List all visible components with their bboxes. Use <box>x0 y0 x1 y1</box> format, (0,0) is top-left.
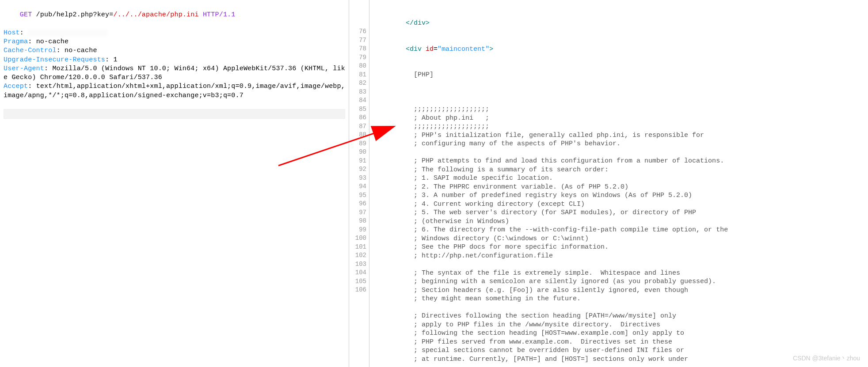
header-value: 1 <box>113 56 117 64</box>
http-method: GET <box>20 11 32 19</box>
ini-line: ; The following is a summary of its sear… <box>374 166 868 174</box>
ini-line: ; following the section heading [HOST=ww… <box>374 329 868 338</box>
ini-line: ; 5. The web server's directory (for SAP… <box>374 208 868 217</box>
ini-line: ; http://php.net/configuration.file <box>374 252 868 261</box>
ini-line: ; configuring many of the aspects of PHP… <box>374 140 868 148</box>
masked-value <box>28 29 107 36</box>
ini-line: ; beginning with a semicolon are silentl… <box>374 277 868 286</box>
ini-line: ; (otherwise in Windows) <box>374 217 868 226</box>
request-path-highlight: /../../apache/php.ini <box>113 11 198 19</box>
ini-line: ; PHP's initialization file, generally c… <box>374 131 868 140</box>
header-name: Accept <box>4 83 28 90</box>
line-number: 101 <box>349 243 366 252</box>
ini-line: ; 3. A number of predefined registry key… <box>374 191 868 200</box>
line-number: 98 <box>349 217 366 226</box>
request-headers: Host: Pragma: no-cacheCache-Control: no-… <box>4 29 345 100</box>
header-name: User-Agent <box>4 65 44 72</box>
line-number: 81 <box>349 71 366 79</box>
ini-line <box>374 303 868 312</box>
line-number: 92 <box>349 165 366 174</box>
line-number: 82 <box>349 79 366 88</box>
line-number: 106 <box>349 286 366 295</box>
ini-line <box>374 260 868 269</box>
header-value: no-cache <box>36 38 69 45</box>
ini-line: ; they might mean something in the futur… <box>374 295 868 303</box>
header-name: Pragma <box>4 38 28 45</box>
line-number: 96 <box>349 200 366 208</box>
line-number: 88 <box>349 131 366 140</box>
header-value: Mozilla/5.0 (Windows NT 10.0; Win64; x64… <box>4 65 345 81</box>
html-open-div: <div id="maincontent"> <box>374 45 868 54</box>
header-name: Host <box>4 29 20 37</box>
request-path-prefix: /pub/help2.php?key= <box>32 11 113 19</box>
ini-line: ; PHP files served from www.example.com.… <box>374 338 868 347</box>
line-number: 87 <box>349 122 366 131</box>
line-number: 86 <box>349 114 366 122</box>
header-line: Cache-Control: no-cache <box>4 46 345 55</box>
header-name: Cache-Control <box>4 47 57 54</box>
line-number: 100 <box>349 234 366 243</box>
ini-line <box>374 148 868 157</box>
line-number: 76 <box>349 27 366 36</box>
http-protocol: HTTP/1.1 <box>199 11 236 19</box>
ini-line: ; PHP attempts to find and load this con… <box>374 157 868 166</box>
line-number: 93 <box>349 174 366 183</box>
request-line: GET /pub/help2.php?key=/../../apache/php… <box>4 2 345 29</box>
ini-line: ; Directives following the section headi… <box>374 312 868 321</box>
ini-line <box>374 97 868 106</box>
line-number: 78 <box>349 45 366 53</box>
request-panel: GET /pub/help2.php?key=/../../apache/php… <box>0 0 349 367</box>
line-number: 103 <box>349 260 366 269</box>
line-number: 99 <box>349 226 366 235</box>
ini-line: ; 6. The directory from the --with-confi… <box>374 226 868 235</box>
line-number: 83 <box>349 88 366 97</box>
php-ini-content: ;;;;;;;;;;;;;;;;;;; ; About php.ini ; ;;… <box>374 97 868 364</box>
line-number: 97 <box>349 208 366 217</box>
ini-line: ; at runtime. Currently, [PATH=] and [HO… <box>374 355 868 364</box>
line-number: 85 <box>349 105 366 114</box>
line-number: 80 <box>349 62 366 71</box>
html-closing-div: </div> <box>374 19 868 28</box>
ini-line: ; special sections cannot be overridden … <box>374 346 868 355</box>
request-body-input[interactable] <box>4 109 345 119</box>
code-area: </div> <div id="maincontent"> [PHP] ;;;;… <box>369 0 868 367</box>
line-number-gutter: 7677787980818283848586878889909192939495… <box>349 0 369 367</box>
response-panel: 7677787980818283848586878889909192939495… <box>349 0 868 367</box>
ini-line: ; apply to PHP files in the /www/mysite … <box>374 321 868 329</box>
ini-line: ; 4. Current working directory (except C… <box>374 200 868 209</box>
header-line: Host: <box>4 29 345 38</box>
header-line: Accept: text/html,application/xhtml+xml,… <box>4 82 345 100</box>
line-number: 94 <box>349 182 366 191</box>
ini-line: ; 2. The PHPRC environment variable. (As… <box>374 183 868 192</box>
line-number: 90 <box>349 148 366 157</box>
line-number: 89 <box>349 140 366 148</box>
header-value: no-cache <box>65 47 97 54</box>
ini-line: ;;;;;;;;;;;;;;;;;;; <box>374 105 868 114</box>
ini-line: ;;;;;;;;;;;;;;;;;;; <box>374 122 868 131</box>
ini-line: ; See the PHP docs for more specific inf… <box>374 243 868 252</box>
ini-line: ; The syntax of the file is extremely si… <box>374 269 868 278</box>
line-number: 104 <box>349 269 366 277</box>
php-section: [PHP] <box>374 71 868 79</box>
header-line: User-Agent: Mozilla/5.0 (Windows NT 10.0… <box>4 64 345 83</box>
line-number: 77 <box>349 36 366 45</box>
ini-line: ; About php.ini ; <box>374 114 868 123</box>
line-number: 79 <box>349 53 366 62</box>
ini-line: ; Section headers (e.g. [Foo]) are also … <box>374 286 868 295</box>
line-number: 91 <box>349 157 366 166</box>
ini-line: ; 1. SAPI module specific location. <box>374 174 868 183</box>
header-value: text/html,application/xhtml+xml,applicat… <box>4 83 345 99</box>
header-line: Upgrade-Insecure-Requests: 1 <box>4 56 345 64</box>
header-name: Upgrade-Insecure-Requests <box>4 56 105 64</box>
line-number: 84 <box>349 96 366 105</box>
line-number: 95 <box>349 191 366 200</box>
ini-line: ; Windows directory (C:\windows or C:\wi… <box>374 235 868 243</box>
header-line: Pragma: no-cache <box>4 38 345 46</box>
line-number: 105 <box>349 277 366 286</box>
line-number: 102 <box>349 251 366 260</box>
